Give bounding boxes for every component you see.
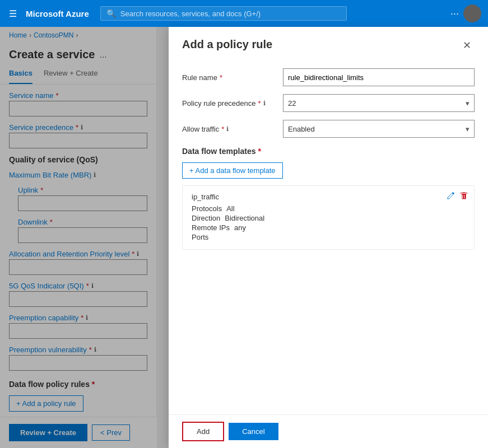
rule-name-input[interactable] — [283, 68, 475, 86]
topbar-right: ··· — [450, 4, 481, 22]
dialog-traffic-row: Allow traffic * ℹ Enabled ▾ — [182, 120, 475, 138]
topbar-more-icon[interactable]: ··· — [450, 8, 459, 20]
template-protocols-row: Protocols All — [192, 204, 465, 213]
precedence-select-value: 22 — [288, 99, 466, 108]
add-button[interactable]: Add — [182, 422, 224, 441]
precedence-dropdown-icon: ▾ — [466, 99, 470, 108]
traffic-select[interactable]: Enabled ▾ — [283, 120, 475, 138]
template-protocols-label: Protocols — [192, 204, 222, 213]
dialog-body: Rule name * Policy rule precedence * ℹ 2… — [169, 59, 488, 414]
template-direction-value: Bidirectional — [225, 214, 264, 222]
template-remote-ips-label: Remote IPs — [192, 223, 230, 232]
dialog-title: Add a policy rule — [182, 38, 272, 51]
search-input[interactable] — [120, 10, 341, 18]
app-logo: Microsoft Azure — [26, 9, 89, 18]
edit-icon — [446, 192, 455, 200]
dialog-traffic-label: Allow traffic — [182, 125, 219, 133]
hamburger-icon[interactable]: ☰ — [7, 6, 19, 21]
search-bar: 🔍 — [100, 6, 347, 21]
dialog-precedence-row: Policy rule precedence * ℹ 22 ▾ — [182, 94, 475, 112]
add-policy-rule-dialog: Add a policy rule ✕ Rule name * Policy r… — [169, 27, 488, 448]
dialog-precedence-label: Policy rule precedence — [182, 99, 256, 108]
cancel-button[interactable]: Cancel — [229, 423, 278, 440]
templates-required: * — [258, 147, 261, 156]
dialog-precedence-info-icon: ℹ — [263, 100, 266, 107]
template-ports-label: Ports — [192, 233, 208, 241]
template-card: ip_traffic Protocols All — [182, 185, 475, 250]
traffic-select-value: Enabled — [288, 125, 466, 133]
template-delete-button[interactable] — [459, 192, 468, 203]
add-template-button[interactable]: + Add a data flow template — [182, 162, 283, 179]
topbar: ☰ Microsoft Azure 🔍 ··· — [0, 0, 488, 27]
templates-section-title: Data flow templates * — [182, 147, 475, 156]
traffic-dropdown-icon: ▾ — [466, 125, 470, 133]
avatar[interactable] — [463, 4, 481, 22]
template-direction-label: Direction — [192, 214, 220, 222]
template-remote-ips-value: any — [234, 223, 246, 232]
template-direction-row: Direction Bidirectional — [192, 214, 465, 222]
precedence-select[interactable]: 22 ▾ — [283, 94, 475, 112]
main-container: Home › ContosoPMN › Create a service ...… — [0, 27, 488, 448]
template-actions — [446, 192, 468, 203]
dialog-traffic-required: * — [221, 125, 224, 133]
template-protocols-value: All — [226, 204, 234, 213]
delete-icon — [459, 192, 468, 200]
dialog-footer: Add Cancel — [169, 414, 488, 448]
template-remote-ips-row: Remote IPs any — [192, 223, 465, 232]
dialog-rule-name-row: Rule name * — [182, 68, 475, 86]
template-edit-button[interactable] — [446, 192, 455, 203]
dialog-rule-name-label: Rule name — [182, 73, 217, 82]
dialog-close-button[interactable]: ✕ — [459, 38, 475, 53]
search-icon: 🔍 — [106, 9, 116, 18]
template-name: ip_traffic — [192, 193, 465, 201]
dialog-traffic-info-icon: ℹ — [226, 125, 229, 133]
template-ports-row: Ports — [192, 233, 465, 241]
dialog-rule-name-required: * — [220, 73, 222, 82]
dialog-header: Add a policy rule ✕ — [169, 27, 488, 59]
dialog-precedence-required: * — [258, 99, 261, 108]
